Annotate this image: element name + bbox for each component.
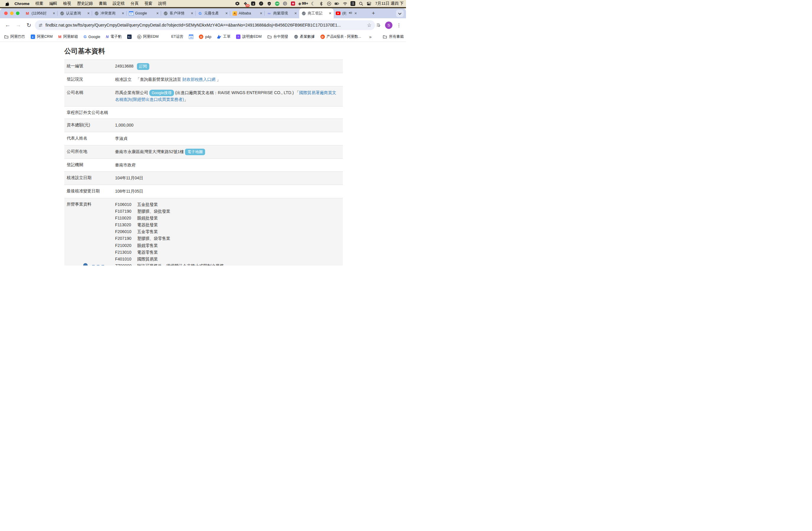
- input-method-icon[interactable]: 注: [350, 1, 356, 6]
- window-close-button[interactable]: [4, 12, 8, 15]
- tab-close-icon[interactable]: ×: [260, 11, 263, 16]
- tab-close-icon[interactable]: ×: [225, 11, 228, 16]
- table-row-established: 核准設立日期 104年11月04日: [64, 172, 343, 185]
- bookmark-et-yunying[interactable]: ET运营: [171, 34, 183, 39]
- menu-help[interactable]: 說明: [156, 1, 169, 6]
- bookmark-dianzibao[interactable]: N電子豹: [106, 34, 121, 39]
- map-button[interactable]: 電子地圖: [185, 149, 205, 156]
- back-button[interactable]: ←: [3, 22, 12, 28]
- new-tab-button[interactable]: +: [368, 8, 379, 18]
- tab-google-calendar[interactable]: 11 Google ×: [127, 8, 161, 18]
- tab-chongtu[interactable]: 冲突查询 ×: [92, 8, 127, 18]
- tab-shangye[interactable]: ∞ 商業環境 ×: [265, 8, 299, 18]
- bookmarks-overflow-button[interactable]: »: [369, 34, 372, 39]
- battery-icon[interactable]: [334, 1, 340, 6]
- bookmark-shuomInghui-edm[interactable]: ≡說明會EDM: [236, 34, 261, 39]
- tab-close-icon[interactable]: ×: [87, 11, 90, 16]
- apple-logo-icon[interactable]: [5, 1, 10, 6]
- control-center-icon[interactable]: [366, 1, 372, 6]
- bookmark-ali-mail[interactable]: M阿里邮箱: [58, 34, 78, 39]
- site-settings-icon[interactable]: [38, 23, 43, 27]
- hexagon-extension-icon[interactable]: [234, 1, 240, 6]
- infinity-icon: ∞: [267, 11, 272, 16]
- media-controls-icon[interactable]: ♪: [376, 23, 383, 28]
- tab-overflow-button[interactable]: [396, 10, 404, 17]
- menu-file[interactable]: 檔案: [32, 1, 46, 6]
- spotlight-search-icon[interactable]: [358, 1, 364, 6]
- dropbox-icon[interactable]: ❖12: [242, 1, 248, 6]
- menu-edit[interactable]: 編輯: [46, 1, 60, 6]
- tax-portal-link[interactable]: 財政部稅務入口網: [182, 77, 215, 82]
- bookmark-sl[interactable]: S.L: [127, 34, 132, 39]
- bookmark-taizhong-folder[interactable]: 台中開發: [267, 34, 288, 39]
- bookmark-ali-edm[interactable]: U阿里EDM: [137, 34, 159, 39]
- bookmark-star-icon[interactable]: ☆: [367, 22, 372, 28]
- tab-close-icon[interactable]: ×: [294, 11, 297, 16]
- tab-close-icon[interactable]: ×: [354, 11, 357, 16]
- bookmark-ali-crm[interactable]: ▸阿里CRM: [31, 34, 53, 39]
- tab-youtube[interactable]: (8) ×: [334, 8, 368, 18]
- bookmark-alibaba-folder[interactable]: 阿里巴巴: [4, 34, 25, 39]
- tab-close-icon[interactable]: ×: [329, 11, 332, 16]
- mcafee-shield-icon[interactable]: M: [290, 1, 296, 6]
- shield-icon[interactable]: [266, 1, 272, 6]
- tab-close-icon[interactable]: ×: [121, 11, 125, 16]
- address-bar[interactable]: findbiz.nat.gov.tw/fts/query/QueryCmpyDe…: [35, 20, 375, 30]
- row-value: 昂禹企業有限公司 Google搜尋 (出進口廠商英文名稱：RAISE WINGS…: [115, 86, 343, 106]
- tab-close-icon[interactable]: ×: [53, 11, 56, 16]
- bookmark-chanye-shuju[interactable]: 產業數據: [294, 34, 315, 39]
- window-minimize-button[interactable]: [10, 12, 14, 15]
- bluetooth-icon[interactable]: [318, 1, 324, 6]
- menubar-app-name[interactable]: Chrome: [12, 1, 32, 6]
- do-not-disturb-moon-icon[interactable]: ☾: [310, 1, 316, 6]
- all-bookmarks-button[interactable]: 所有書籤: [383, 34, 404, 39]
- reload-button[interactable]: ↻: [24, 22, 34, 29]
- tab-close-icon[interactable]: ×: [156, 11, 159, 16]
- menubar-clock[interactable]: 7月11日 週四 下: [375, 1, 404, 6]
- tab-audio-icon[interactable]: [348, 11, 352, 16]
- play-square-icon[interactable]: ▲: [250, 1, 256, 6]
- google-search-button[interactable]: Google搜尋: [149, 90, 174, 97]
- play-circle-icon[interactable]: [326, 1, 332, 6]
- profile-avatar[interactable]: S: [385, 21, 392, 29]
- menu-tabs[interactable]: 分頁: [128, 1, 142, 6]
- tab-alibaba[interactable]: A Alibaba ×: [230, 8, 265, 18]
- line-app-icon[interactable]: LINE: [274, 1, 280, 6]
- business-item: F106010五金批發業: [115, 201, 340, 208]
- company-name: 昂禹企業有限公司: [115, 90, 148, 95]
- menu-bookmarks[interactable]: 書籤: [96, 1, 110, 6]
- bookmark-chanpin-baobiao[interactable]: D产品&报表 - 阿里数...: [320, 34, 361, 39]
- diamond-badge-icon[interactable]: ◈99+: [298, 1, 308, 6]
- menu-profiles[interactable]: 設定檔: [110, 1, 128, 6]
- row-label: 統一編號: [64, 60, 115, 73]
- bookmark-p4p[interactable]: Dp4p: [199, 34, 211, 39]
- bookmark-gongdan[interactable]: 工單: [217, 34, 230, 39]
- browser-menu-icon[interactable]: ⋮: [395, 23, 403, 28]
- row-label: 登記機關: [64, 159, 115, 172]
- tab-kehu[interactable]: 客户详情 ×: [161, 8, 195, 18]
- table-row-foreign-name: 章程所訂外文公司名稱: [64, 106, 343, 119]
- bookmark-calendar[interactable]: 11: [189, 34, 193, 39]
- tab-close-icon[interactable]: ×: [191, 11, 193, 16]
- subscribe-button[interactable]: 訂閱: [137, 63, 149, 70]
- wifi-icon[interactable]: [342, 1, 348, 6]
- row-value: 104年11月04日: [115, 172, 343, 185]
- tab-yuance[interactable]: G 元冊生產 ×: [195, 8, 230, 18]
- bookmark-google[interactable]: GGoogle: [84, 34, 100, 39]
- menu-window[interactable]: 視窗: [142, 1, 156, 6]
- menu-history[interactable]: 歷史記錄: [74, 1, 96, 6]
- folder-icon: [383, 34, 387, 39]
- q-circle-icon[interactable]: Q: [282, 1, 288, 6]
- list-icon: ≡: [236, 34, 241, 39]
- table-row-address: 公司所在地 臺南市永康區南灣里大灣東路52號1樓 電子地圖: [64, 145, 343, 159]
- forward-button[interactable]: →: [14, 22, 23, 28]
- tab-renzheng[interactable]: 认证查询 ×: [58, 8, 92, 18]
- table-row-status: 登記現況 核准設立 「查詢最新營業狀況請至 財政部稅務入口網 」: [64, 73, 343, 86]
- check-circle-icon[interactable]: ✓: [258, 1, 264, 6]
- menu-view[interactable]: 檢視: [60, 1, 74, 6]
- gmail-icon: M: [58, 34, 61, 39]
- tab-shanggong-active[interactable]: 商工登記 ×: [299, 8, 334, 18]
- url-text[interactable]: findbiz.nat.gov.tw/fts/query/QueryCmpyDe…: [45, 23, 364, 27]
- tab-gmail[interactable]: M (11956封 ×: [23, 8, 58, 18]
- window-zoom-button[interactable]: [16, 12, 19, 15]
